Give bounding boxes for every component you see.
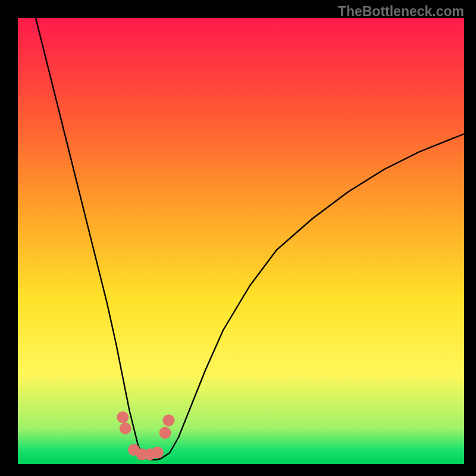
stage: TheBottleneck.com — [0, 0, 476, 476]
watermark-label: TheBottleneck.com — [338, 4, 464, 20]
marker-dot — [117, 411, 129, 423]
marker-dot — [120, 422, 131, 434]
marker-dot — [159, 427, 171, 439]
chart-svg — [18, 18, 464, 464]
plot-area — [18, 18, 464, 464]
bottleneck-curve — [36, 18, 464, 460]
marker-dot — [152, 447, 164, 459]
marker-dot — [163, 415, 175, 427]
